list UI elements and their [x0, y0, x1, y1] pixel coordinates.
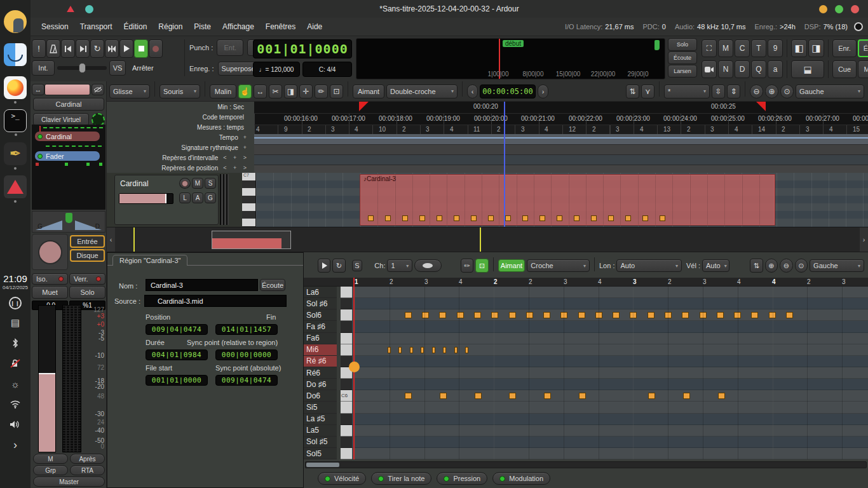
midi-note[interactable] [544, 393, 551, 399]
marker-toggle-button[interactable]: 9 [768, 39, 783, 57]
midi-note[interactable] [440, 393, 447, 399]
ruler-label[interactable]: Signature rythmique+ [107, 142, 254, 152]
midi-note[interactable] [642, 215, 648, 221]
midi-note[interactable] [625, 215, 631, 221]
timecode-ruler[interactable]: 00:00:16:0000:00:17:0000:00:18:0000:00:1… [254, 113, 868, 125]
shuttle-thumb[interactable] [79, 63, 86, 73]
clock-prev-button[interactable]: ‹ [467, 85, 478, 98]
fade-tool-button[interactable]: ◨ [284, 85, 297, 98]
metronome-button[interactable] [46, 39, 60, 58]
midi-note[interactable] [608, 215, 614, 221]
bluetooth-icon[interactable] [8, 336, 23, 350]
midi-note[interactable] [700, 312, 707, 318]
midi-note[interactable] [682, 312, 689, 318]
midi-note[interactable] [491, 312, 498, 318]
track-gain-fader[interactable] [119, 193, 173, 204]
midi-note[interactable] [718, 393, 725, 399]
midi-note[interactable] [454, 347, 458, 353]
file-start-clock[interactable]: 001|01|0000 [146, 375, 208, 386]
ardour-dock-icon[interactable] [4, 175, 27, 198]
session-start-marker[interactable] [359, 102, 369, 111]
ruler-lanes[interactable]: 00:00:2000:00:25 00:00:16:0000:00:17:000… [254, 102, 868, 173]
midi-play-button[interactable] [318, 259, 330, 273]
zoom-out-icon[interactable]: ⊖ [750, 85, 763, 98]
midi-note[interactable] [410, 347, 413, 353]
midi-note[interactable] [786, 312, 793, 318]
midi-note[interactable] [769, 312, 776, 318]
midi-note[interactable] [457, 312, 464, 318]
volume-icon[interactable] [8, 417, 23, 431]
clipboard-icon[interactable]: ▤ [8, 316, 23, 330]
piano-key[interactable] [341, 321, 352, 332]
midi-note[interactable] [751, 312, 758, 318]
cut-tool-button[interactable]: ✂ [269, 85, 282, 98]
monitor-disk-button[interactable]: Disque [70, 249, 105, 262]
region-name-input[interactable]: Cardinal-3 [146, 279, 258, 291]
marker-toggle-button[interactable]: N [718, 60, 733, 78]
pen-icon[interactable]: ✒ [4, 142, 27, 165]
play-button[interactable] [119, 39, 133, 58]
go-start-button[interactable] [61, 39, 75, 58]
right-pane-icon[interactable]: ◨ [808, 39, 824, 57]
meter-mode-button[interactable]: M [33, 454, 68, 464]
editor-tab-button[interactable]: Éditer [858, 39, 868, 57]
left-pane-icon[interactable]: ◧ [791, 39, 807, 57]
expand-chevron-icon[interactable]: › [8, 438, 23, 452]
piano-key[interactable] [341, 298, 352, 309]
zoom-vertical-icon[interactable]: ⇕ [727, 85, 740, 98]
midi-note[interactable] [509, 393, 516, 399]
mixer-tab-button[interactable]: Mixer [858, 60, 868, 78]
solo-button[interactable]: Solo [69, 286, 105, 299]
loop-button[interactable]: ↻ [90, 39, 104, 58]
midi-note[interactable] [454, 215, 459, 221]
gain-fader[interactable] [38, 305, 56, 452]
midi-note[interactable] [405, 312, 412, 318]
midi-zoom-out-icon[interactable]: ⊖ [780, 259, 792, 273]
midi-note[interactable] [648, 312, 654, 318]
track-resize-grip[interactable] [220, 174, 229, 225]
shuttle-stop-label[interactable]: Arrêter [128, 64, 154, 72]
midi-note[interactable] [557, 215, 562, 221]
measures-ruler[interactable]: 49234102341123412234132341423415 [254, 125, 868, 134]
midi-note[interactable] [574, 215, 580, 221]
note-length-select[interactable]: Auto▾ [616, 259, 682, 272]
snap-toggle-button[interactable]: Aimant [353, 85, 384, 98]
minimize-button[interactable] [819, 5, 827, 13]
midi-note[interactable] [432, 347, 435, 353]
piano-key[interactable] [341, 344, 352, 356]
primary-clock[interactable]: 001|01|0000 [253, 39, 352, 58]
midi-zoom-fit-icon[interactable]: ⊙ [795, 259, 808, 273]
midi-note[interactable] [385, 215, 391, 221]
tempo-button[interactable]: ♩= 120,000 [253, 62, 300, 77]
midi-note[interactable] [402, 215, 408, 221]
piano-key[interactable] [341, 437, 352, 448]
midi-note[interactable] [475, 393, 482, 399]
stretch-tool-button[interactable]: ✛ [299, 85, 313, 98]
track-mute-button[interactable]: M [192, 178, 203, 189]
velocity-select[interactable]: Auto▾ [702, 259, 729, 272]
expand-tracks-icon[interactable]: ⋎ [641, 85, 654, 98]
midi-note[interactable] [421, 347, 424, 353]
cue-tab-button[interactable]: Cue [832, 60, 857, 78]
piano-key[interactable] [341, 402, 352, 413]
pan-handle[interactable] [65, 213, 72, 223]
channel-select[interactable]: 1▾ [387, 259, 412, 272]
bottom-pane-icon[interactable]: ⬓ [791, 60, 824, 78]
midi-note[interactable] [734, 312, 741, 318]
midi-note[interactable] [439, 312, 446, 318]
ruler-label[interactable]: Tempo+ [107, 132, 254, 142]
midi-note[interactable] [419, 215, 425, 221]
menu-item[interactable]: Aide [301, 22, 328, 31]
ruler-label[interactable]: Code temporel [107, 112, 254, 122]
midi-note[interactable] [665, 312, 672, 318]
sleep-inhibit-icon[interactable]: z [8, 356, 23, 370]
signature-ruler[interactable] [254, 144, 868, 154]
midi-note[interactable] [560, 312, 567, 318]
midi-draw-tool-button[interactable]: ✏ [461, 259, 473, 273]
track-group-button[interactable]: G [205, 193, 216, 203]
track-color-swatch[interactable] [44, 84, 90, 95]
feedback-indicator-icon[interactable] [854, 22, 863, 31]
summary-view-rectangle[interactable] [212, 231, 291, 249]
midi-note[interactable] [717, 312, 724, 318]
midi-note[interactable] [578, 312, 585, 318]
